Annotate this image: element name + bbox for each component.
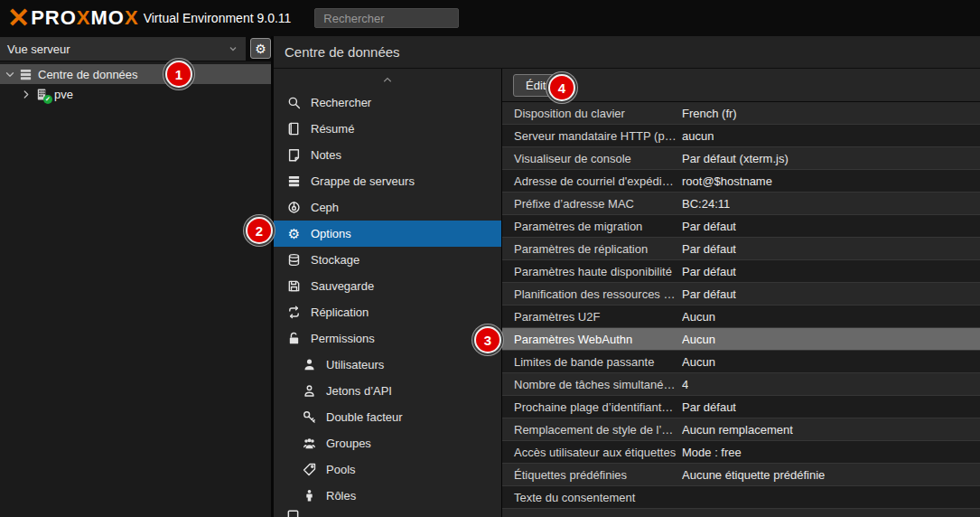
annotation-badge-3: 3 — [474, 326, 501, 353]
options-grid: Disposition du clavier French (fr) Serve… — [502, 102, 980, 517]
option-row[interactable]: Étiquettes prédéfinies Aucune étiquette … — [502, 464, 980, 486]
config-menu-partial-item — [274, 509, 501, 517]
option-label: Adresse de courriel d'expédi… — [502, 174, 682, 188]
tree-item[interactable]: Centre de données — [0, 64, 271, 84]
option-value: Par défaut — [682, 400, 736, 414]
option-label: Étiquettes prédéfinies — [502, 468, 682, 482]
option-row[interactable]: Limites de bande passante Aucun — [502, 351, 980, 373]
option-row[interactable]: Accès utilisateur aux étiquettes Mode : … — [502, 441, 980, 464]
config-menu-item[interactable]: Résumé — [274, 116, 501, 142]
option-label: Paramètres WebAuthn — [502, 333, 682, 346]
option-value: 4 — [682, 378, 688, 391]
note-icon — [286, 148, 302, 163]
proxmox-logo: ✕ PROXMOX — [7, 5, 139, 32]
tree-item[interactable]: ✓ pve — [0, 84, 271, 104]
config-menu-item[interactable]: Groupes — [274, 430, 501, 456]
config-menu-item[interactable]: ⚙ Options — [274, 221, 501, 247]
expander-icon[interactable] — [4, 68, 16, 81]
status-ok-icon: ✓ — [43, 95, 52, 104]
config-menu-item[interactable]: Utilisateurs — [274, 352, 501, 378]
option-value: Aucun — [682, 355, 715, 369]
config-menu-item-label: Sauvegarde — [311, 279, 374, 293]
users-icon — [302, 437, 317, 451]
option-row[interactable]: Serveur mandataire HTTP (p… aucun — [502, 125, 980, 147]
config-menu-item-label: Stockage — [311, 253, 359, 267]
config-menu-item-label: Double facteur — [326, 410, 403, 424]
option-row[interactable]: Paramètres U2F Aucun — [502, 306, 980, 328]
config-menu-item[interactable]: Réplication — [274, 299, 501, 325]
config-menu-item[interactable]: Jetons d’API — [274, 378, 501, 404]
content-header: Centre de données — [274, 36, 980, 69]
config-menu-item[interactable]: Sauvegarde — [274, 273, 501, 299]
expander-icon[interactable] — [20, 88, 33, 101]
option-row[interactable]: Paramètres WebAuthn Aucun — [502, 328, 980, 351]
option-row[interactable]: Paramètres haute disponibilité Par défau… — [502, 260, 980, 283]
config-menu-item-label: Rechercher — [311, 96, 371, 109]
search-icon — [286, 96, 302, 110]
config-menu-item-label: Notes — [311, 148, 341, 162]
wordmark-pro: PRO — [31, 6, 77, 29]
key-icon — [302, 410, 317, 425]
option-value: French (fr) — [682, 107, 737, 120]
option-row[interactable]: Planification des ressources … Par défau… — [502, 283, 980, 306]
option-value: Par défaut — [682, 242, 736, 256]
config-menu-item[interactable]: Rechercher — [274, 89, 501, 116]
person-icon — [302, 489, 317, 503]
option-row[interactable]: Paramètres de réplication Par défaut — [502, 238, 980, 260]
option-row[interactable]: Disposition du clavier French (fr) — [502, 102, 980, 125]
scroll-up-icon[interactable] — [274, 69, 501, 89]
option-value: Aucun remplacement — [682, 423, 793, 437]
option-value: Aucune étiquette prédéfinie — [682, 468, 825, 482]
datacenter-icon — [18, 67, 33, 81]
server-icon — [286, 174, 302, 189]
option-label: Disposition du clavier — [502, 107, 682, 120]
option-row[interactable]: Adresse de courriel d'expédi… root@$host… — [502, 170, 980, 193]
option-label: Paramètres de migration — [502, 220, 682, 233]
option-label: Nombre de tâches simultané… — [502, 378, 682, 391]
view-mode-select[interactable]: Vue serveur — [0, 37, 246, 61]
option-row[interactable]: Préfixe d’adresse MAC BC:24:11 — [502, 193, 980, 215]
user-outline-icon — [302, 384, 317, 399]
unlock-icon — [286, 332, 302, 346]
option-row[interactable]: Visualiseur de console Par défaut (xterm… — [502, 147, 980, 170]
option-label: Accès utilisateur aux étiquettes — [502, 446, 682, 459]
option-label: Planification des ressources … — [502, 287, 682, 301]
option-value: root@$hostname — [682, 174, 772, 188]
config-menu-item-label: Résumé — [311, 122, 354, 136]
config-menu-item-label: Utilisateurs — [326, 358, 384, 371]
config-menu-item[interactable]: Grappe de serveurs — [274, 168, 501, 194]
option-row[interactable]: Remplacement de style de l’… Aucun rempl… — [502, 418, 980, 441]
option-value: Mode : free — [682, 446, 742, 459]
view-settings-button[interactable]: ⚙ — [250, 38, 271, 59]
option-row[interactable]: Prochaine plage d’identifiant… Par défau… — [502, 396, 980, 418]
config-menu-item[interactable]: Pools — [274, 456, 501, 483]
config-menu-item[interactable]: Rôles — [274, 483, 501, 509]
option-value: Par défaut — [682, 220, 736, 233]
config-menu-item-label: Pools — [326, 463, 356, 476]
option-row[interactable]: Nombre de tâches simultané… 4 — [502, 373, 980, 396]
ceph-icon — [286, 201, 302, 215]
option-row[interactable]: Paramètres de migration Par défaut — [502, 215, 980, 238]
global-search-input[interactable] — [314, 8, 459, 28]
config-menu-item[interactable]: Ceph — [274, 194, 501, 221]
option-value: Par défaut (xterm.js) — [682, 152, 789, 165]
proxmox-wordmark: PROXMOX — [31, 6, 139, 30]
option-value: BC:24:11 — [682, 197, 730, 211]
option-row[interactable]: Texte du consentement — [502, 486, 980, 509]
chevron-down-icon — [228, 43, 238, 54]
annotation-badge-2: 2 — [246, 217, 273, 244]
option-label: Paramètres haute disponibilité — [502, 265, 682, 278]
config-menu-items: Rechercher Résumé Notes Grappe de serveu… — [274, 89, 501, 509]
config-menu-item[interactable]: Stockage — [274, 247, 501, 273]
gear-icon: ⚙ — [286, 227, 302, 241]
config-menu-item-label: Ceph — [311, 201, 339, 214]
view-mode-label: Vue serveur — [7, 42, 70, 56]
config-menu-item[interactable]: Double facteur — [274, 404, 501, 430]
product-version: Virtual Environment 9.0.11 — [144, 11, 292, 25]
page-title: Centre de données — [285, 44, 400, 60]
wordmark-x2: X — [125, 6, 139, 29]
annotation-badge-1: 1 — [165, 61, 192, 88]
config-menu-item[interactable]: Notes — [274, 142, 501, 168]
proxmox-x-icon: ✕ — [7, 5, 30, 32]
config-menu-item[interactable]: Permissions — [274, 325, 501, 352]
